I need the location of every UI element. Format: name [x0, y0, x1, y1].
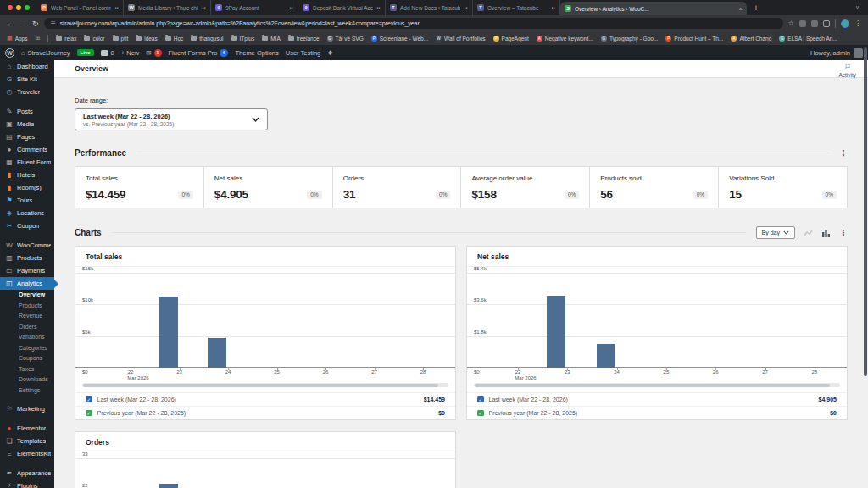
- bookmark-folder-relax[interactable]: relax: [56, 36, 76, 42]
- sidebar-item-tours[interactable]: ⚑Tours: [0, 194, 54, 207]
- tab-close-icon[interactable]: ×: [464, 4, 468, 12]
- theme-options-menu[interactable]: Theme Options: [235, 49, 278, 57]
- live-badge[interactable]: Live: [77, 49, 94, 56]
- sidebar-item-fluent-forms-pro[interactable]: ▦Fluent Forms Pro: [0, 156, 54, 169]
- extension-icon[interactable]: [799, 20, 806, 27]
- bookmark-folder-freelance[interactable]: freelance: [288, 36, 320, 42]
- bookmark-folder-color[interactable]: color: [84, 36, 104, 42]
- sidebar-subitem-orders[interactable]: Orders: [0, 322, 54, 333]
- bookmark-typography-goo[interactable]: GTypography - Goo...: [601, 36, 658, 42]
- extensions-puzzle-icon[interactable]: [823, 20, 830, 27]
- tab-close-icon[interactable]: ×: [114, 4, 119, 12]
- bookmark-pageagent[interactable]: PPageAgent: [493, 36, 529, 42]
- howdy-label[interactable]: Howdy, admin: [810, 49, 850, 57]
- user-testing-menu[interactable]: User Testing: [286, 49, 321, 57]
- bookmark-elsa-speech-an[interactable]: EELSA | Speech An...: [779, 36, 837, 42]
- legend-row[interactable]: ✓Last week (Mar 22 - 28, 2026)$14.459: [75, 392, 455, 406]
- sidebar-item-hotels[interactable]: ▮Hotels: [0, 169, 54, 181]
- bookmark-wall-of-portfolios[interactable]: WWall of Portfolios: [436, 36, 486, 42]
- charts-menu-kebab-icon[interactable]: ⋮: [839, 229, 848, 237]
- window-minimize-button[interactable]: [16, 5, 21, 10]
- sidebar-item-posts[interactable]: ✎Posts: [0, 105, 54, 118]
- reload-icon[interactable]: ↻: [32, 19, 39, 28]
- tab-search-chevron-icon[interactable]: ∨: [847, 0, 868, 15]
- metric-card-total-sales[interactable]: Total sales$14.4590%: [75, 167, 204, 208]
- bookmark-folder-h-c[interactable]: Học: [165, 36, 184, 42]
- tab-close-icon[interactable]: ×: [738, 5, 743, 13]
- comments-menu[interactable]: 0: [101, 49, 114, 57]
- new-tab-button[interactable]: +: [747, 0, 765, 15]
- forward-icon[interactable]: →: [19, 19, 27, 28]
- sidebar-item-traveler[interactable]: ◷Traveler: [0, 86, 54, 98]
- interval-select[interactable]: By day: [756, 226, 795, 239]
- window-zoom-button[interactable]: [25, 5, 30, 10]
- legend-checkbox[interactable]: ✓: [86, 396, 92, 403]
- browser-tab[interactable]: WMedia Library ‹ Thực chiến s...×: [124, 0, 211, 15]
- new-content-menu[interactable]: + New: [121, 49, 139, 57]
- bookmark-folder-thangusul[interactable]: thangusul: [191, 36, 223, 42]
- tab-close-icon[interactable]: ×: [202, 4, 206, 12]
- sidebar-item-appearance[interactable]: ✒Appearance: [0, 467, 54, 480]
- legend-checkbox[interactable]: ✓: [477, 396, 484, 403]
- bookmark-t-i-v-svg[interactable]: GTải về SVG: [327, 36, 364, 42]
- sidebar-subitem-overview[interactable]: Overview: [0, 290, 54, 301]
- bookmark-folder-itplus[interactable]: ITplus: [231, 36, 255, 42]
- sidebar-item-site-kit[interactable]: GSite Kit: [0, 73, 54, 86]
- sidebar-item-media[interactable]: ▣Media: [0, 118, 54, 130]
- metric-card-variations-sold[interactable]: Variations Sold150%: [719, 167, 847, 208]
- sidebar-item-templates[interactable]: ❏Templates: [0, 435, 54, 447]
- metric-card-net-sales[interactable]: Net sales$4.9050%: [204, 167, 333, 208]
- back-icon[interactable]: ←: [7, 19, 14, 28]
- activity-panel-toggle[interactable]: ⚐ Activity: [838, 64, 856, 78]
- date-range-select[interactable]: Last week (Mar 22 - 28, 2026) vs. Previo…: [75, 108, 268, 130]
- browser-tab[interactable]: 9Deposit Bank Virtual Account×: [298, 0, 386, 15]
- tab-close-icon[interactable]: ×: [289, 4, 293, 12]
- address-bar[interactable]: ☰ straveljourney.com/wp-admin/admin.php?…: [44, 18, 783, 29]
- legend-row[interactable]: ✓Previous year (Mar 22 - 28, 2025)$0: [467, 406, 847, 419]
- chart-h-scrollbar-thumb[interactable]: [83, 384, 438, 387]
- legend-checkbox[interactable]: ✓: [86, 410, 92, 417]
- sidebar-subitem-taxes[interactable]: Taxes: [0, 364, 54, 375]
- extension-icon[interactable]: [811, 20, 818, 27]
- bookmark-negative-keyword[interactable]: ANegative keyword...: [537, 36, 593, 42]
- elementor-tools-icon[interactable]: ❖: [327, 49, 333, 57]
- browser-tab[interactable]: 99Pay Account×: [211, 0, 298, 15]
- tab-close-icon[interactable]: ×: [376, 4, 381, 12]
- metric-card-orders[interactable]: Orders310%: [333, 167, 462, 208]
- legend-checkbox[interactable]: ✓: [477, 410, 484, 417]
- legend-row[interactable]: ✓Last week (Mar 22 - 28, 2026)$4.905: [467, 392, 847, 406]
- sidebar-item-locations[interactable]: ◈Locations: [0, 207, 54, 219]
- sidebar-item-products[interactable]: ▥Products: [0, 252, 54, 264]
- updates-menu[interactable]: ✉ 1: [146, 49, 161, 57]
- bookmark-apps[interactable]: ▦ Apps: [7, 35, 27, 42]
- sidebar-item-plugins[interactable]: ⚡Plugins: [0, 480, 54, 488]
- browser-tab[interactable]: PWeb Panel - Panel control×: [36, 0, 124, 15]
- chart-bar[interactable]: [597, 344, 615, 368]
- bookmark-folder-ideas[interactable]: ideas: [136, 36, 158, 42]
- user-avatar[interactable]: [854, 48, 863, 58]
- sidebar-item-room-s[interactable]: ▮Room(s): [0, 181, 54, 194]
- sidebar-subitem-revenue[interactable]: Revenue: [0, 311, 54, 322]
- chart-bar[interactable]: [159, 484, 178, 488]
- browser-menu-kebab-icon[interactable]: ⋮: [854, 19, 861, 27]
- line-chart-type-icon[interactable]: [804, 229, 813, 237]
- apps-launcher-icon[interactable]: ⊞: [35, 35, 40, 42]
- sidebar-item-elementskit[interactable]: ΞElementsKit: [0, 447, 54, 460]
- bookmark-star-icon[interactable]: ☆: [788, 19, 794, 27]
- sidebar-item-comments[interactable]: ●Comments: [0, 143, 54, 156]
- sidebar-subitem-coupons[interactable]: Coupons: [0, 353, 54, 364]
- sidebar-item-pages[interactable]: ▤Pages: [0, 130, 54, 143]
- chart-h-scrollbar[interactable]: [82, 383, 448, 387]
- sidebar-subitem-categories[interactable]: Categories: [0, 343, 54, 354]
- sidebar-item-elementor[interactable]: ●Elementor: [0, 422, 54, 435]
- sidebar-subitem-settings[interactable]: Settings: [0, 385, 54, 396]
- wordpress-logo-icon[interactable]: W: [5, 48, 14, 58]
- site-name-menu[interactable]: ⌂ StravelJourney: [21, 49, 70, 57]
- sidebar-item-marketing[interactable]: ⚐Marketing: [0, 402, 54, 415]
- tab-close-icon[interactable]: ×: [551, 4, 555, 12]
- fluent-forms-menu[interactable]: Fluent Forms Pro 6: [169, 49, 229, 57]
- window-close-button[interactable]: [8, 5, 13, 10]
- sidebar-subitem-variations[interactable]: Variations: [0, 332, 54, 343]
- page-scrollbar[interactable]: [864, 47, 867, 376]
- browser-tab[interactable]: SOverview ‹ Analytics ‹ WooC...×: [560, 2, 747, 15]
